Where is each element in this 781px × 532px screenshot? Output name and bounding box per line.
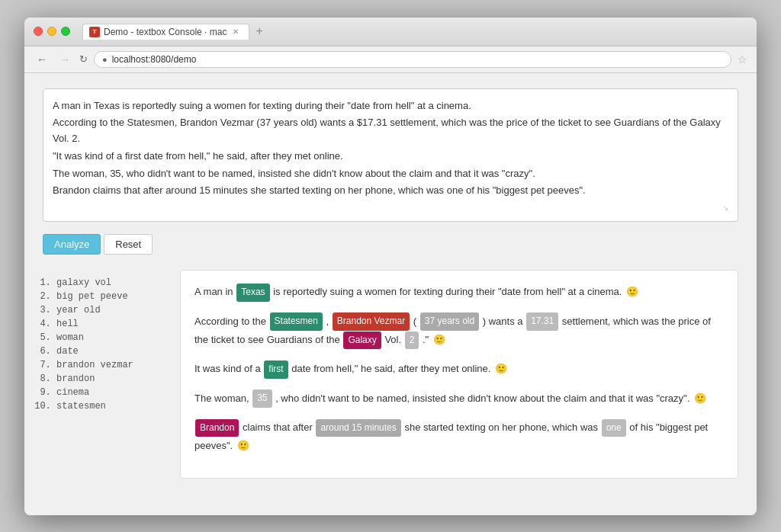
forward-button[interactable]: → [56, 52, 73, 67]
para2-mid: ) wants a [483, 316, 525, 327]
minimize-button[interactable] [47, 27, 56, 36]
url-bar[interactable]: ● localhost:8080/demo [94, 51, 731, 68]
input-line-4: The woman, 35, who didn't want to be nam… [53, 166, 728, 182]
brandon-tag: Brandon [195, 419, 239, 437]
smiley-2: 🙂 [433, 334, 445, 345]
para2-sep2: ( [413, 316, 416, 327]
text-input-area: A man in Texas is reportedly suing a wom… [43, 88, 738, 223]
refresh-button[interactable]: ↻ [79, 53, 88, 65]
result-panel: A man in Texas is reportedly suing a wom… [180, 270, 738, 479]
one-tag: one [602, 419, 626, 437]
result-para-5: Brandon claims that after around 15 minu… [194, 418, 724, 455]
texas-tag: Texas [236, 284, 269, 302]
statesmen-tag: Statesmen [270, 312, 323, 331]
title-bar: T Demo - textbox Console · mac ✕ + [24, 18, 757, 46]
bookmark-icon[interactable]: ☆ [738, 53, 747, 66]
address-bar: ← → ↻ ● localhost:8080/demo ☆ [24, 46, 757, 73]
years-old-tag: 37 years old [420, 312, 479, 331]
reset-button[interactable]: Reset [104, 234, 153, 255]
analyze-button[interactable]: Analyze [43, 234, 101, 255]
tab-favicon: T [89, 27, 100, 37]
new-tab-button[interactable]: + [252, 24, 265, 38]
resize-handle[interactable]: ↘ [53, 204, 728, 212]
entity-ordered-list: galaxy volbig pet peeveyear oldhellwoman… [43, 276, 165, 413]
time-tag: around 15 minutes [316, 419, 400, 437]
smiley-4: 🙂 [694, 393, 706, 404]
browser-window: T Demo - textbox Console · mac ✕ + ← → ↻… [24, 18, 757, 515]
input-line-2: According to the Statesmen, Brandon Vezm… [53, 115, 728, 147]
para3-suffix: date from hell," he said, after they met… [291, 363, 493, 374]
para3-prefix: It was kind of a [194, 363, 263, 374]
list-item: statesmen [56, 399, 165, 413]
page-content: A man in Texas is reportedly suing a wom… [24, 73, 757, 515]
para5-mid: claims that after [243, 421, 315, 433]
galaxy-tag: Galaxy [343, 332, 381, 350]
brandon-vezmar-tag: Brandon Vezmar [333, 312, 410, 331]
list-item: hell [56, 317, 165, 331]
para4-suffix: , who didn't want to be named, insisted … [275, 393, 693, 404]
para2-prefix: According to the [194, 316, 269, 327]
maximize-button[interactable] [61, 27, 70, 36]
result-para-4: The woman, 35 , who didn't want to be na… [194, 389, 724, 408]
para2-sep1: , [326, 316, 332, 327]
input-line-1: A man in Texas is reportedly suing a wom… [53, 98, 728, 114]
para4-prefix: The woman, [194, 393, 252, 404]
back-button[interactable]: ← [34, 52, 50, 67]
para2-vol: Vol. [384, 334, 403, 345]
tab-bar: T Demo - textbox Console · mac ✕ + [82, 24, 747, 40]
age-tag: 35 [252, 389, 272, 408]
list-item: brandon [56, 372, 165, 386]
tab-close-icon[interactable]: ✕ [230, 27, 241, 37]
active-tab[interactable]: T Demo - textbox Console · mac ✕ [82, 24, 249, 40]
lock-icon: ● [102, 55, 108, 64]
para5-suffix: she started texting on her phone, which … [404, 421, 600, 433]
entity-list: galaxy volbig pet peeveyear oldhellwoman… [43, 270, 165, 479]
vol-number-tag: 2 [405, 332, 419, 350]
smiley-3: 🙂 [495, 363, 507, 374]
input-line-5: Brandon claims that after around 15 minu… [53, 183, 728, 199]
button-row: Analyze Reset [43, 234, 738, 255]
url-text: localhost:8080/demo [112, 54, 197, 65]
para2-end: ." [423, 334, 432, 345]
list-item: year old [56, 303, 165, 317]
result-para-2: According to the Statesmen , Brandon Vez… [194, 312, 724, 350]
para1-suffix: is reportedly suing a women for texting … [273, 286, 625, 297]
close-button[interactable] [34, 27, 43, 36]
para1-prefix: A man in [194, 286, 236, 297]
smiley-1: 🙂 [626, 286, 638, 297]
tab-title: Demo - textbox Console · mac [104, 27, 227, 37]
main-panel: galaxy volbig pet peeveyear oldhellwoman… [43, 270, 738, 479]
list-item: brandon vezmar [56, 358, 165, 372]
result-para-1: A man in Texas is reportedly suing a wom… [194, 283, 724, 301]
list-item: galaxy vol [56, 276, 165, 290]
list-item: date [56, 345, 165, 358]
price-tag: 17.31 [526, 312, 558, 331]
list-item: woman [56, 331, 165, 345]
list-item: cinema [56, 386, 165, 399]
smiley-5: 🙂 [237, 440, 249, 451]
result-para-3: It was kind of a first date from hell," … [194, 360, 724, 378]
traffic-lights [34, 27, 70, 36]
input-line-3: "It was kind of a first date from hell,"… [53, 149, 728, 165]
first-tag: first [264, 361, 288, 379]
list-item: big pet peeve [56, 290, 165, 303]
